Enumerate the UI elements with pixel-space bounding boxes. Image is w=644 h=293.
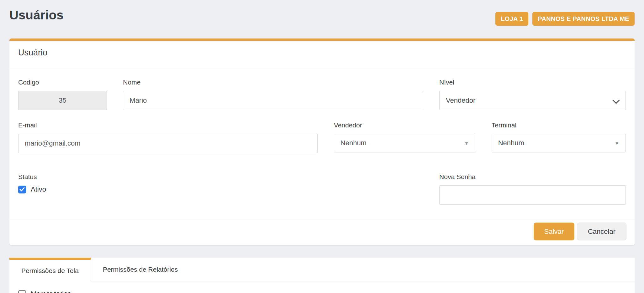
permissions-panel: Marcar todos — [9, 281, 635, 293]
tab-permissoes-de-tela[interactable]: Permissões de Tela — [9, 258, 91, 281]
codigo-input — [18, 91, 107, 110]
ativo-checkbox[interactable] — [18, 186, 26, 193]
nome-input[interactable] — [123, 91, 423, 110]
marcar-todos-label[interactable]: Marcar todos — [31, 290, 71, 293]
save-button[interactable]: Salvar — [534, 223, 574, 240]
form-row-2: E-mail Vendedor Nenhum ▼ Terminal Nenhum… — [18, 121, 626, 153]
cancel-button[interactable]: Cancelar — [577, 223, 626, 240]
nivel-select[interactable]: Vendedor — [439, 91, 626, 110]
vendedor-field-group: Vendedor Nenhum ▼ — [334, 121, 476, 153]
select-all-row: Marcar todos — [18, 290, 626, 293]
vendedor-label: Vendedor — [334, 121, 476, 129]
marcar-todos-checkbox[interactable] — [18, 290, 26, 293]
email-input[interactable] — [18, 134, 318, 153]
page-header: Usuários LOJA 1 PANNOS E PANNOS LTDA ME — [9, 0, 635, 39]
store-badge[interactable]: LOJA 1 — [495, 12, 528, 26]
email-label: E-mail — [18, 121, 318, 129]
nivel-field-group: Nível Vendedor — [439, 79, 626, 110]
page: Usuários LOJA 1 PANNOS E PANNOS LTDA ME … — [0, 0, 644, 293]
terminal-label: Terminal — [492, 121, 626, 129]
user-card: Usuário Codigo Nome Nível Vendedor — [9, 39, 635, 245]
nome-label: Nome — [123, 79, 423, 86]
nivel-selected-value: Vendedor — [446, 96, 475, 105]
terminal-field-group: Terminal Nenhum ▼ — [492, 121, 626, 153]
company-badge[interactable]: PANNOS E PANNOS LTDA ME — [532, 12, 635, 26]
form-row-3: Status Ativo Nova Senha — [18, 173, 626, 205]
codigo-field-group: Codigo — [18, 79, 107, 110]
check-icon — [19, 187, 25, 192]
header-badges: LOJA 1 PANNOS E PANNOS LTDA ME — [495, 12, 635, 26]
card-footer: Salvar Cancelar — [9, 219, 635, 245]
tab-bar: Permissões de Tela Permissões de Relatór… — [9, 258, 635, 281]
nova-senha-label: Nova Senha — [439, 173, 626, 181]
card-header: Usuário — [9, 41, 635, 69]
tab-bar-filler — [190, 258, 635, 281]
nome-field-group: Nome — [123, 79, 423, 110]
email-field-group: E-mail — [18, 121, 318, 153]
card-title: Usuário — [18, 48, 626, 58]
codigo-label: Codigo — [18, 79, 107, 86]
triangle-down-icon: ▼ — [615, 141, 619, 146]
page-title: Usuários — [9, 8, 64, 22]
status-label: Status — [18, 173, 318, 181]
permissions-tabs-section: Permissões de Tela Permissões de Relatór… — [9, 258, 635, 293]
vendedor-dropdown[interactable]: Nenhum ▼ — [334, 134, 476, 152]
nivel-label: Nível — [439, 79, 626, 86]
nova-senha-field-group: Nova Senha — [439, 173, 626, 205]
form-row-1: Codigo Nome Nível Vendedor — [18, 79, 626, 110]
card-body: Codigo Nome Nível Vendedor — [9, 69, 635, 205]
vendedor-selected-value: Nenhum — [340, 139, 367, 147]
chevron-down-icon — [612, 98, 620, 106]
terminal-selected-value: Nenhum — [498, 139, 524, 147]
nova-senha-input[interactable] — [439, 185, 626, 205]
status-check-row: Ativo — [18, 185, 318, 193]
status-field-group: Status Ativo — [18, 173, 318, 205]
tab-permissoes-de-relatorios[interactable]: Permissões de Relatórios — [91, 258, 190, 281]
triangle-down-icon: ▼ — [464, 141, 469, 146]
terminal-dropdown[interactable]: Nenhum ▼ — [492, 134, 626, 152]
ativo-checkbox-label[interactable]: Ativo — [31, 185, 46, 193]
